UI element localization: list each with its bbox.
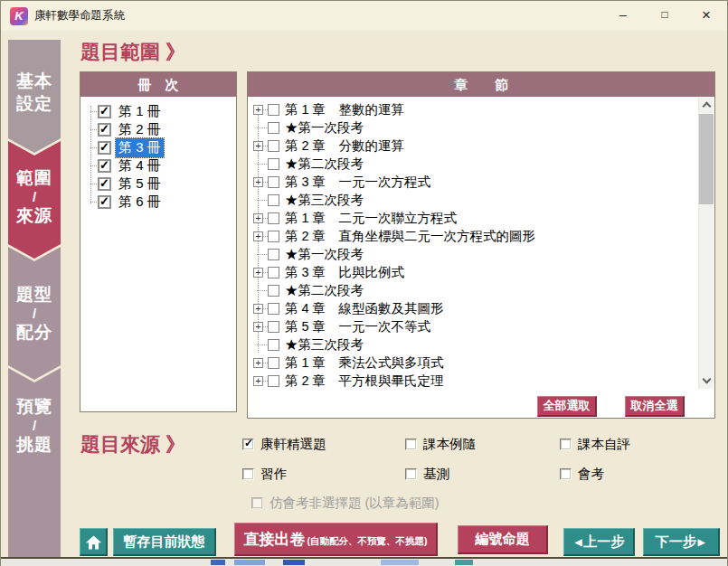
checkbox[interactable] xyxy=(268,158,279,170)
chapter-item[interactable]: ★第三次段考 xyxy=(251,191,696,209)
chapter-item[interactable]: 第 2 章 平方根與畢氏定理 xyxy=(251,372,696,390)
expand-icon[interactable] xyxy=(253,376,263,386)
volumes-header: 冊 次 xyxy=(80,72,236,97)
volume-item[interactable]: 第 2 冊 xyxy=(80,120,236,138)
source-option-textbook-selfreview[interactable]: 課本自評 xyxy=(560,436,630,453)
source-option-textbook-examples[interactable]: 課本例隨 xyxy=(405,436,476,453)
source-option-mock-nonselection: 仿會考非選擇題 (以章為範圍) xyxy=(251,495,440,512)
window-title: 康軒數學命題系統 xyxy=(34,1,125,31)
volume-item[interactable]: 第 5 冊 xyxy=(80,175,236,193)
select-all-button[interactable]: 全部選取 xyxy=(537,396,597,417)
checkbox[interactable] xyxy=(98,123,111,137)
scrollbar[interactable] xyxy=(698,98,714,389)
checkbox[interactable] xyxy=(268,321,279,333)
checkbox[interactable] xyxy=(268,122,279,134)
background-window-fragment xyxy=(234,560,265,565)
direct-generate-paper-button[interactable]: 直接出卷(自動配分、不預覽、不挑題) xyxy=(234,523,438,556)
checkbox[interactable] xyxy=(242,468,254,480)
checkbox[interactable] xyxy=(242,439,254,450)
scroll-down-icon[interactable] xyxy=(699,373,714,389)
scroll-up-icon[interactable] xyxy=(699,98,714,113)
save-current-state-button[interactable]: 暫存目前狀態 xyxy=(113,528,216,556)
checkbox xyxy=(251,497,263,509)
expand-icon[interactable] xyxy=(253,358,263,368)
checkbox[interactable] xyxy=(560,439,572,450)
chapter-item[interactable]: 第 1 章 乘法公式與多項式 xyxy=(251,354,696,372)
expand-icon[interactable] xyxy=(253,322,263,332)
checkbox[interactable] xyxy=(560,468,572,480)
sidebar-item-basic-settings[interactable]: 基本 設定 xyxy=(8,40,61,153)
chapter-item[interactable]: 第 2 章 直角坐標與二元一次方程式的圖形 xyxy=(251,227,696,245)
checkbox[interactable] xyxy=(405,468,417,480)
expand-icon[interactable] xyxy=(253,231,263,241)
checkbox[interactable] xyxy=(268,231,279,242)
source-option-kanghsuan[interactable]: 康軒精選題 xyxy=(242,436,326,453)
source-option-workbook[interactable]: 習作 xyxy=(242,466,287,483)
checkbox[interactable] xyxy=(268,140,279,152)
checkbox[interactable] xyxy=(268,176,279,188)
background-window-fragment xyxy=(283,560,305,565)
volume-item[interactable]: 第 4 冊 xyxy=(80,156,236,175)
app-window: K 康軒數學命題系統 – □ × 基本 設定 範圍 / 來源 題型 / 配分 預… xyxy=(0,0,728,566)
next-step-button[interactable]: 下一步▶ xyxy=(643,528,720,556)
checkbox[interactable] xyxy=(98,141,111,155)
checkbox[interactable] xyxy=(98,177,111,191)
sidebar-item-question-type-scoring[interactable]: 題型 / 配分 xyxy=(8,247,61,380)
background-window-strip xyxy=(1,559,727,566)
chapter-item[interactable]: 第 2 章 分數的運算 xyxy=(251,137,696,155)
chapter-item[interactable]: ★第一次段考 xyxy=(251,245,696,263)
home-icon xyxy=(85,533,102,551)
expand-icon[interactable] xyxy=(253,177,263,187)
chevrons-mark: 》 xyxy=(165,433,185,456)
source-option-comprehensive-exam[interactable]: 會考 xyxy=(560,466,604,483)
expand-icon[interactable] xyxy=(253,268,263,278)
deselect-all-button[interactable]: 取消全選 xyxy=(625,396,685,417)
checkbox[interactable] xyxy=(268,303,279,315)
sidebar-item-preview-pick[interactable]: 預覽 / 挑題 xyxy=(8,368,61,557)
checkbox[interactable] xyxy=(268,212,279,224)
volume-item[interactable]: 第 3 冊 xyxy=(80,138,236,156)
chevrons-mark: 》 xyxy=(165,41,185,63)
volume-item[interactable]: 第 6 冊 xyxy=(80,193,236,211)
minimize-icon[interactable]: – xyxy=(602,1,644,31)
expand-icon[interactable] xyxy=(253,141,263,151)
source-option-basic-test[interactable]: 基測 xyxy=(405,466,449,483)
chapter-item[interactable]: 第 1 章 整數的運算 xyxy=(251,100,696,118)
home-button[interactable] xyxy=(80,528,108,556)
chapter-item[interactable]: 第 5 章 一元一次不等式 xyxy=(251,317,696,335)
checkbox[interactable] xyxy=(268,339,279,351)
checkbox[interactable] xyxy=(268,285,279,297)
checkbox[interactable] xyxy=(268,357,279,369)
maximize-icon[interactable]: □ xyxy=(644,1,685,31)
chapter-item[interactable]: 第 1 章 二元一次聯立方程式 xyxy=(251,209,696,227)
chapter-item[interactable]: 第 3 章 比與比例式 xyxy=(251,263,696,281)
close-icon[interactable]: × xyxy=(685,1,727,31)
scrollbar-thumb[interactable] xyxy=(699,114,714,204)
checkbox[interactable] xyxy=(268,375,279,387)
checkbox[interactable] xyxy=(98,195,111,209)
chapter-item[interactable]: 第 4 章 線型函數及其圖形 xyxy=(251,299,696,317)
checkbox[interactable] xyxy=(98,105,111,118)
chapter-item[interactable]: ★第二次段考 xyxy=(251,281,696,299)
expand-icon[interactable] xyxy=(253,213,263,223)
chapter-item[interactable]: ★第三次段考 xyxy=(251,335,696,354)
expand-icon[interactable] xyxy=(253,304,263,314)
previous-step-button[interactable]: ◀上一步 xyxy=(563,528,635,556)
checkbox[interactable] xyxy=(268,104,279,116)
volume-list: 第 1 冊 第 2 冊 第 3 冊 第 4 冊 第 5 冊 第 6 冊 xyxy=(80,97,236,211)
expand-icon[interactable] xyxy=(253,105,263,115)
chapter-item[interactable]: ★第二次段考 xyxy=(251,155,696,173)
checkbox[interactable] xyxy=(268,249,279,260)
sidebar-item-range-source[interactable]: 範圍 / 來源 xyxy=(8,141,61,259)
chapter-item[interactable]: ★第一次段考 xyxy=(251,118,696,137)
range-section-title: 題目範圍》 xyxy=(80,39,185,66)
checkbox[interactable] xyxy=(268,194,279,206)
chapter-item[interactable]: 第 3 章 一元一次方程式 xyxy=(251,173,696,191)
checkbox[interactable] xyxy=(268,267,279,278)
right-arrow-icon: ▶ xyxy=(696,537,707,547)
volume-item[interactable]: 第 1 冊 xyxy=(80,102,236,120)
checkbox[interactable] xyxy=(98,159,111,173)
checkbox[interactable] xyxy=(405,439,417,450)
numbered-question-button[interactable]: 編號命題 xyxy=(458,525,548,554)
app-logo-icon: K xyxy=(10,7,28,25)
